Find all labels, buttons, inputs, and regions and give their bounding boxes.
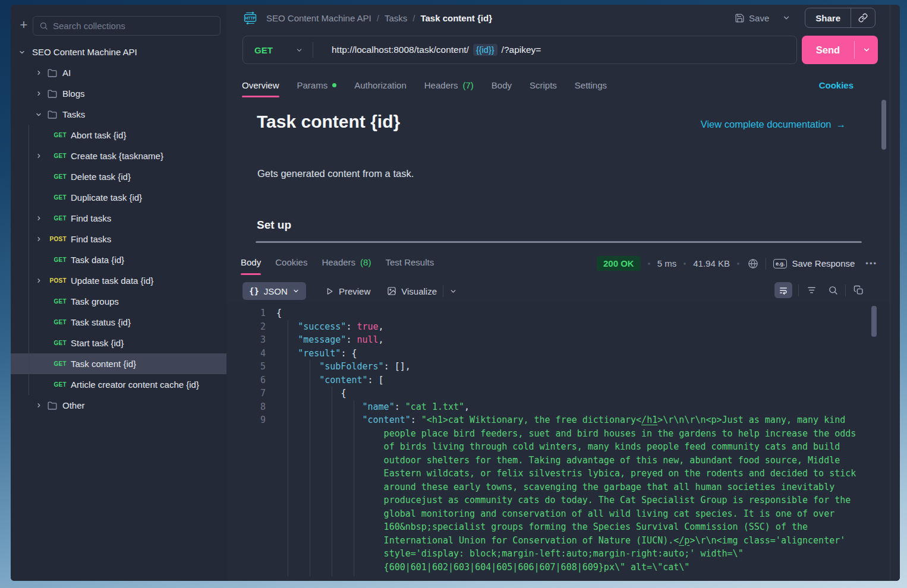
method-badge: GET	[44, 215, 67, 222]
code-token: "cat 1.txt"	[405, 402, 464, 412]
pane-resize-handle[interactable]	[256, 241, 862, 243]
tab-settings[interactable]: Settings	[575, 80, 607, 101]
search-input[interactable]	[53, 21, 214, 31]
visualize-button[interactable]: Visualize	[387, 286, 437, 296]
format-selector[interactable]: {} JSON	[243, 282, 306, 300]
method-badge: GET	[44, 153, 67, 159]
share-button[interactable]: Share	[805, 13, 851, 23]
request-label: Task status {id}	[71, 317, 131, 327]
tab-body[interactable]: Body	[492, 80, 512, 101]
url-input[interactable]: http://localhost:8008/task/content/ {{id…	[332, 44, 541, 56]
app-window: + SEO Content Machine API AI Bl	[11, 5, 900, 581]
sidebar-request-find-tasks-post[interactable]: POST Find tasks	[11, 229, 226, 249]
sidebar-folder-blogs[interactable]: Blogs	[11, 83, 226, 104]
request-label: Find tasks	[71, 234, 111, 244]
tab-headers[interactable]: Headers (7)	[424, 80, 474, 101]
save-dropdown-chevron[interactable]	[782, 14, 791, 22]
chevron-down-icon	[295, 46, 303, 54]
search-icon[interactable]	[826, 285, 839, 295]
tab-label: Body	[241, 257, 261, 267]
view-documentation-link[interactable]: View complete documentation →	[701, 119, 846, 130]
globe-icon[interactable]	[748, 258, 758, 269]
doc-link-label: View complete documentation	[701, 119, 832, 130]
line-number: 6	[226, 374, 266, 387]
chevron-right-icon	[34, 152, 43, 160]
chevron-spacer	[34, 173, 43, 181]
view-dropdown-chevron[interactable]	[449, 287, 457, 295]
response-tab-body[interactable]: Body	[241, 257, 261, 277]
tab-label: Cookies	[275, 257, 307, 267]
code-line: 2 "success": true,	[226, 320, 890, 334]
method-badge: GET	[44, 340, 67, 346]
response-tab-test-results[interactable]: Test Results	[385, 257, 434, 277]
tab-authorization[interactable]: Authorization	[354, 80, 407, 101]
code-token: : [],	[384, 361, 411, 372]
folder-icon	[48, 402, 57, 410]
tab-scripts[interactable]: Scripts	[530, 80, 557, 101]
copy-icon[interactable]	[852, 285, 865, 295]
headers-count: (8)	[360, 257, 371, 267]
request-topbar: HTTP SEO Content Machine API / Tasks / T…	[226, 5, 890, 31]
sidebar-request-find-tasks-get[interactable]: GET Find tasks	[11, 208, 226, 229]
doc-description: Gets generated content from a task.	[257, 168, 414, 179]
sidebar-request-task-status[interactable]: GET Task status {id}	[11, 312, 226, 333]
copy-link-button[interactable]	[851, 13, 875, 23]
more-options-icon[interactable]: •••	[865, 259, 877, 268]
response-body-editor[interactable]: 1 { 2 "success": true, 3 "message": null…	[226, 303, 890, 581]
collection-tree: SEO Content Machine API AI Blogs Tasks G…	[11, 42, 226, 416]
save-response-button[interactable]: Save Response	[792, 258, 855, 268]
method-badge: GET	[44, 381, 67, 388]
sidebar-request-create-task[interactable]: GET Create task {taskname}	[11, 146, 226, 166]
search-icon	[39, 21, 48, 30]
chevron-spacer	[34, 298, 43, 306]
sidebar-folder-tasks[interactable]: Tasks	[11, 104, 226, 125]
search-collections-box[interactable]	[33, 16, 221, 36]
sidebar-folder-ai[interactable]: AI	[11, 62, 226, 83]
sidebar-request-article-creator-content-cache[interactable]: GET Article creator content cache {id}	[11, 374, 226, 395]
breadcrumb-collection[interactable]: SEO Content Machine API	[266, 13, 371, 23]
send-dropdown-chevron[interactable]	[855, 46, 878, 54]
sidebar-request-task-data[interactable]: GET Task data {id}	[11, 249, 226, 270]
dot-separator	[648, 263, 650, 265]
code-line-content: "name": "cat 1.txt",	[276, 400, 861, 414]
code-line-content: {	[276, 387, 861, 400]
response-tab-headers[interactable]: Headers (8)	[322, 257, 371, 277]
code-token: true	[357, 321, 378, 332]
code-token: ,	[379, 334, 384, 345]
sidebar-request-abort-task[interactable]: GET Abort task {id}	[11, 125, 226, 146]
sidebar-request-delete-task[interactable]: GET Delete task {id}	[11, 166, 226, 187]
code-token: "content"	[276, 375, 368, 385]
request-label: Start task {id}	[71, 338, 124, 348]
add-collection-button[interactable]: +	[17, 18, 31, 31]
url-template-variable[interactable]: {{id}}	[473, 44, 497, 56]
send-button[interactable]: Send	[802, 45, 854, 56]
sidebar-request-update-task-data[interactable]: POST Update task data {id}	[11, 270, 226, 291]
code-line-content: "success": true,	[276, 320, 861, 334]
url-prefix: http://localhost:8008/task/content/	[332, 45, 469, 55]
doc-title: Task content {id}	[257, 112, 400, 132]
method-selector[interactable]: GET	[243, 45, 313, 55]
response-tabs-row: Body Cookies Headers (8) Test Results 20…	[226, 254, 890, 280]
url-row: GET http://localhost:8008/task/content/ …	[226, 36, 900, 64]
tab-overview[interactable]: Overview	[242, 80, 279, 101]
sidebar-request-task-content-selected[interactable]: GET Task content {id}	[11, 353, 226, 374]
tab-params[interactable]: Params	[297, 80, 337, 101]
doc-scrollbar-thumb[interactable]	[881, 100, 886, 150]
word-wrap-toggle[interactable]	[774, 282, 792, 298]
sidebar-folder-other[interactable]: Other	[11, 395, 226, 416]
breadcrumb-folder[interactable]: Tasks	[385, 13, 407, 23]
sidebar-request-task-groups[interactable]: GET Task groups	[11, 291, 226, 312]
cookies-link[interactable]: Cookies	[819, 80, 854, 90]
response-scrollbar-thumb[interactable]	[871, 306, 877, 337]
sidebar-item-collection-root[interactable]: SEO Content Machine API	[11, 42, 226, 62]
link-icon	[858, 13, 868, 23]
sidebar-request-start-task[interactable]: GET Start task {id}	[11, 333, 226, 353]
code-line-content: "content": "<h1>cat Wiktionary, the free…	[276, 413, 861, 574]
preview-button[interactable]: Preview	[325, 286, 370, 296]
response-tab-cookies[interactable]: Cookies	[275, 257, 307, 277]
save-button[interactable]: Save	[735, 13, 769, 23]
folder-icon	[48, 69, 57, 77]
method-badge: GET	[44, 361, 67, 367]
sidebar-request-duplicate-task[interactable]: GET Duplicate task {id}	[11, 187, 226, 208]
filter-icon[interactable]	[805, 285, 818, 295]
